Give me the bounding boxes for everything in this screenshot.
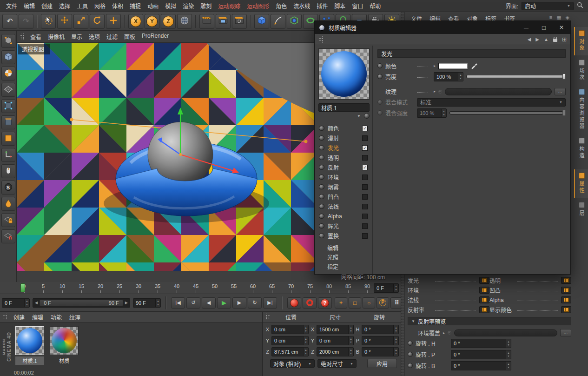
viewport-menu-item[interactable]: 查看 (27, 31, 45, 42)
polygons-mode-button[interactable] (1, 132, 15, 146)
channel-row[interactable]: 漫射 (318, 133, 372, 143)
viewport-solo-button[interactable] (1, 164, 15, 178)
stepper-icon[interactable] (348, 348, 353, 356)
key-rotation-button[interactable]: ○ (363, 297, 375, 309)
menubar-item[interactable]: 插件 (313, 0, 331, 12)
nav-up-icon[interactable]: ▲ (544, 37, 548, 42)
lock-workplane-button[interactable] (1, 213, 15, 227)
menubar-item[interactable]: 脚本 (331, 0, 349, 12)
channel-row[interactable]: 烟雾 (318, 182, 372, 192)
coord-system-button[interactable] (177, 14, 192, 29)
lock-icon[interactable] (553, 39, 557, 42)
live-selection-button[interactable] (41, 14, 56, 29)
close-button[interactable] (553, 21, 570, 34)
animation-orb-icon[interactable] (408, 363, 413, 368)
range-left-arrow-icon[interactable]: ◀ (34, 301, 39, 305)
stepper-icon[interactable] (155, 299, 160, 307)
expand-icon[interactable]: ▸ (434, 89, 436, 94)
channel-row[interactable]: 凹凸 (318, 192, 372, 201)
stepper-icon[interactable] (303, 336, 308, 345)
dock-tab[interactable]: 属性 (574, 169, 588, 198)
view-label[interactable]: 透视视图 (18, 44, 50, 54)
frame-range-slider[interactable]: ◀ 0 F 90 F ▶ (33, 298, 130, 308)
eyedropper-icon[interactable] (471, 62, 478, 70)
menubar-item[interactable]: 动画 (144, 0, 162, 12)
coordinate-mode-dropdown[interactable]: 对象 (相对) (270, 359, 315, 368)
om-search-icon[interactable]: ◈ (566, 14, 569, 20)
channel-action-item[interactable]: 指定 (318, 262, 372, 271)
model-mode-button[interactable] (1, 50, 15, 64)
animation-orb-icon[interactable] (408, 341, 413, 346)
brightness-slider[interactable] (466, 75, 566, 78)
menubar-item[interactable]: 创建 (38, 0, 56, 12)
slider-knob[interactable] (562, 74, 566, 80)
channel-row[interactable]: 颜色 (318, 123, 372, 133)
texture-browse-button[interactable]: ... (555, 88, 566, 95)
rotation-field[interactable]: 0 ° (451, 350, 511, 359)
autokey-help-button[interactable] (318, 297, 332, 309)
texture-slot[interactable] (479, 277, 489, 284)
channel-checkbox[interactable] (362, 214, 368, 219)
play-loop-button[interactable]: ↻ (248, 297, 262, 309)
make-editable-button[interactable] (1, 34, 15, 48)
previous-frame-button[interactable]: ◀ (202, 297, 216, 309)
animation-dot-icon[interactable] (438, 90, 442, 94)
menubar-item[interactable]: 文件 (3, 0, 20, 12)
material-item[interactable]: 材质.1 (15, 326, 44, 365)
channel-checkbox[interactable] (362, 233, 368, 239)
material-name-field[interactable]: 材质.1 (318, 103, 370, 112)
dock-tab[interactable]: 内容浏览器 (574, 86, 588, 134)
menubar-item[interactable]: 流水线 (290, 0, 313, 12)
material-manager-menu-item[interactable]: 纹理 (66, 312, 84, 322)
texture-slot[interactable] (479, 306, 489, 313)
render-view-button[interactable] (199, 14, 214, 29)
viewport-menu-item[interactable]: ProRender (139, 31, 172, 42)
coordinate-field[interactable]: 0 cm (317, 336, 354, 345)
lock-z-button[interactable]: Z (161, 14, 176, 29)
paint-tool-button[interactable] (1, 197, 15, 211)
lock-y-button[interactable]: Y (145, 14, 159, 29)
preview-dropdown-icon[interactable]: ▼ (357, 114, 361, 118)
add-cube-button[interactable] (254, 14, 269, 29)
add-generator-button[interactable] (287, 14, 302, 29)
maximize-button[interactable] (535, 21, 553, 34)
dock-tab[interactable]: 层 (574, 199, 588, 221)
dock-tab[interactable]: 对象 (574, 27, 588, 55)
stepper-icon[interactable] (303, 325, 308, 334)
texture-slot[interactable] (479, 296, 489, 303)
move-button[interactable] (57, 14, 72, 29)
keyframe-selection-button[interactable] (303, 297, 317, 309)
channel-checkbox[interactable] (362, 126, 368, 131)
texture-button[interactable] (445, 88, 552, 95)
menubar-item[interactable]: 体积 (109, 0, 126, 12)
coordinate-field[interactable]: 0 ° (362, 347, 399, 356)
emission-color-swatch[interactable] (438, 63, 468, 69)
timeline-playhead[interactable] (20, 283, 25, 292)
material-manager-menu-item[interactable]: 功能 (47, 312, 66, 322)
current-frame-field[interactable]: 0 F (374, 283, 399, 293)
texture-slot[interactable] (479, 287, 489, 294)
animation-orb-icon[interactable] (377, 74, 383, 79)
menubar-item[interactable]: 帮助 (366, 0, 384, 12)
menubar-item[interactable]: 捕捉 (126, 0, 144, 12)
menubar-item[interactable]: 网格 (91, 0, 109, 12)
channel-checkbox[interactable] (362, 155, 368, 161)
channel-row[interactable]: Alpha (318, 211, 372, 221)
material-manager-menu-item[interactable]: 编辑 (28, 312, 47, 322)
reflectance-preview-section[interactable]: ▼ 反射率预览 (408, 317, 571, 325)
environment-texture-button[interactable] (454, 329, 557, 336)
transport-current-frame-field[interactable]: 0 F (2, 298, 30, 308)
scale-button[interactable] (73, 14, 88, 29)
texture-slot[interactable] (561, 306, 571, 313)
minimize-button[interactable] (517, 21, 535, 34)
stepper-icon[interactable] (393, 284, 398, 292)
texture-slot[interactable] (561, 287, 571, 294)
transport-end-frame-field[interactable]: 90 F (133, 298, 161, 308)
menubar-item[interactable]: 编辑 (20, 0, 38, 12)
material-thumbnail[interactable] (15, 326, 44, 355)
channel-checkbox[interactable] (362, 204, 368, 209)
stepper-icon[interactable] (24, 299, 29, 307)
apply-button[interactable]: 应用 (367, 359, 397, 368)
channel-row[interactable]: 环境 (318, 172, 372, 182)
channel-checkbox[interactable] (362, 135, 368, 141)
